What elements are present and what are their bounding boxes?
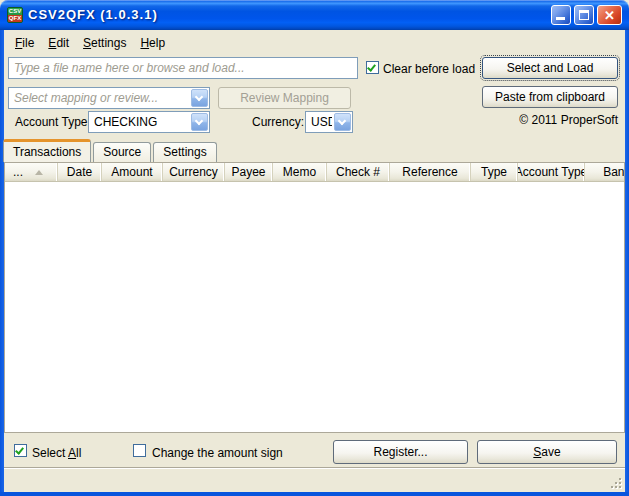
currency-label: Currency: — [252, 115, 304, 129]
window-border-right — [625, 30, 629, 492]
minimize-button[interactable] — [551, 5, 571, 25]
close-button[interactable]: ✕ — [597, 5, 622, 25]
account-type-dropdown-button[interactable] — [191, 113, 208, 131]
column-header-check-number[interactable]: Check # — [327, 163, 390, 181]
column-header-select[interactable]: ... — [5, 163, 58, 181]
account-type-label: Account Type: — [15, 115, 91, 129]
select-all-pre: Select — [32, 446, 68, 460]
mapping-select-value: Select mapping or review... — [14, 91, 189, 105]
check-icon — [15, 445, 24, 454]
chevron-down-icon — [195, 117, 203, 125]
close-icon: ✕ — [598, 8, 621, 24]
mapping-select-dropdown-button[interactable] — [191, 89, 208, 107]
menu-help[interactable]: Help — [133, 34, 172, 52]
menu-edit[interactable]: Edit — [41, 34, 76, 52]
tab-settings[interactable]: Settings — [153, 142, 216, 162]
menu-settings-rest: ettings — [91, 36, 126, 50]
clear-before-load-label: Clear before load — [383, 62, 475, 76]
column-header-type[interactable]: Type — [471, 163, 518, 181]
csv2qfx-app-icon: CSV QFX — [7, 7, 23, 23]
column-header-reference[interactable]: Reference — [390, 163, 471, 181]
clear-before-load-checkbox[interactable] — [366, 61, 379, 74]
window-title: CSV2QFX (1.0.3.1) — [28, 7, 158, 22]
copyright-text: © 2011 ProperSoft — [519, 113, 618, 127]
mapping-select[interactable]: Select mapping or review... — [8, 87, 210, 109]
menu-edit-rest: dit — [56, 36, 69, 50]
menu-bar: File Edit Settings Help — [4, 31, 625, 54]
app-icon-text-bottom: QFX — [8, 15, 22, 22]
tab-transactions[interactable]: Transactions — [3, 139, 91, 162]
column-header-account-type[interactable]: Account Type — [518, 163, 585, 181]
currency-value: USD — [311, 115, 332, 129]
paste-from-clipboard-button[interactable]: Paste from clipboard — [482, 86, 618, 108]
check-icon — [367, 62, 376, 71]
file-name-input[interactable] — [8, 57, 358, 79]
select-all-accel: A — [68, 446, 76, 460]
currency-dropdown-button[interactable] — [334, 113, 351, 131]
review-mapping-button[interactable]: Review Mapping — [218, 87, 351, 109]
sort-ascending-icon — [35, 170, 43, 175]
tab-source[interactable]: Source — [93, 142, 151, 162]
change-amount-sign-label: Change the amount sign — [152, 446, 283, 460]
column-header-date[interactable]: Date — [58, 163, 102, 181]
save-button[interactable]: Save — [477, 440, 617, 464]
app-window: CSV QFX CSV2QFX (1.0.3.1) ✕ File Edit Se… — [0, 0, 629, 496]
tab-strip: Transactions Source Settings — [3, 139, 219, 162]
currency-select[interactable]: USD — [305, 111, 353, 133]
resize-grip-icon[interactable] — [610, 477, 623, 490]
column-header-memo[interactable]: Memo — [273, 163, 327, 181]
save-rest: ave — [541, 445, 560, 459]
menu-settings[interactable]: Settings — [76, 34, 133, 52]
chevron-down-icon — [338, 117, 346, 125]
maximize-icon — [579, 10, 589, 20]
status-bar — [4, 469, 625, 492]
menu-settings-accel: S — [83, 36, 91, 50]
window-border-bottom — [0, 492, 629, 496]
menu-help-accel: H — [140, 36, 149, 50]
change-amount-sign-checkbox[interactable] — [133, 444, 146, 457]
table-header-row: ... Date Amount Currency Payee Memo Chec… — [5, 163, 624, 182]
register-button[interactable]: Register... — [333, 440, 468, 464]
account-type-value: CHECKING — [94, 115, 189, 129]
select-all-rest: ll — [76, 446, 81, 460]
column-header-bank-id[interactable]: Bank ID — [585, 163, 625, 181]
column-header-amount[interactable]: Amount — [102, 163, 163, 181]
maximize-button[interactable] — [574, 5, 594, 25]
save-accel: S — [533, 445, 541, 459]
minimize-icon — [556, 17, 565, 20]
column-header-select-label: ... — [13, 165, 23, 179]
select-all-checkbox[interactable] — [14, 444, 27, 457]
menu-file[interactable]: File — [8, 34, 41, 52]
account-type-select[interactable]: CHECKING — [88, 111, 210, 133]
app-icon-text-top: CSV — [8, 8, 22, 15]
chevron-down-icon — [195, 93, 203, 101]
title-bar[interactable]: CSV QFX CSV2QFX (1.0.3.1) ✕ — [0, 0, 629, 30]
select-and-load-button[interactable]: Select and Load — [482, 57, 618, 79]
column-header-payee[interactable]: Payee — [225, 163, 273, 181]
menu-help-rest: elp — [149, 36, 165, 50]
menu-file-rest: ile — [22, 36, 34, 50]
column-header-currency[interactable]: Currency — [163, 163, 225, 181]
select-all-label: Select All — [32, 446, 81, 460]
transactions-table: ... Date Amount Currency Payee Memo Chec… — [4, 162, 625, 433]
transactions-table-body — [5, 182, 624, 432]
